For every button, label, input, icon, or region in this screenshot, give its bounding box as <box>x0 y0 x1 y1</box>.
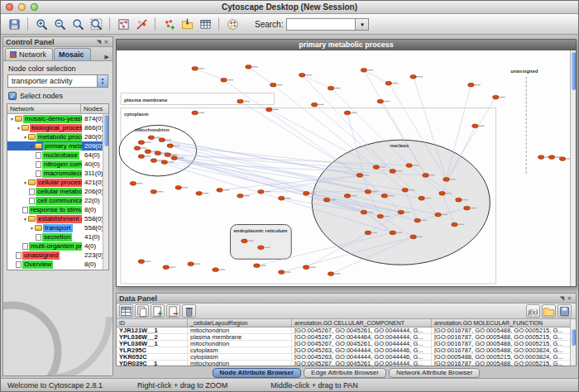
network-scrollbar-thumb[interactable] <box>572 52 576 90</box>
graph-node[interactable] <box>299 73 305 77</box>
table-scrollbar[interactable] <box>570 319 576 366</box>
zoom-fit-icon[interactable] <box>88 16 104 32</box>
table-cell[interactable]: [GO:0016787, GO:0005488, GO:0005215, G..… <box>432 334 572 340</box>
tree-column-nodes[interactable]: Nodes <box>81 104 108 113</box>
graph-node[interactable] <box>390 170 396 174</box>
graph-node[interactable] <box>356 174 363 178</box>
graph-edge[interactable] <box>248 67 273 85</box>
new-network-icon[interactable] <box>160 16 177 32</box>
table-cell[interactable]: YDR039C__1 <box>117 361 188 366</box>
show-all-icon[interactable] <box>115 16 132 32</box>
graph-node[interactable] <box>192 66 199 70</box>
graph-node[interactable] <box>246 65 252 69</box>
graph-node[interactable] <box>175 185 182 189</box>
graph-node[interactable] <box>452 222 458 227</box>
tree-row[interactable]: secretion41(0) <box>7 232 103 241</box>
new-attribute-icon[interactable] <box>151 304 165 318</box>
graph-node[interactable] <box>548 155 555 160</box>
column-header[interactable]: annotation.GO MOLECULAR_FUNCTION <box>432 319 572 327</box>
graph-node[interactable] <box>130 181 136 185</box>
expand-arrow-icon[interactable]: ▼ <box>22 180 28 185</box>
graph-node[interactable] <box>192 111 199 115</box>
graph-node[interactable] <box>163 265 170 270</box>
table-cell[interactable]: [GO:0016787, GO:0005488, GO:0005215, G..… <box>432 361 572 366</box>
table-row[interactable]: YLR295Ccytoplasm[GO:0045263, GO:0044444,… <box>117 347 576 354</box>
tree-row[interactable]: cellular metabo206(0) <box>7 187 103 196</box>
tree-row[interactable]: multi-organism pro4(0) <box>7 241 103 251</box>
expand-arrow-icon[interactable]: ▼ <box>16 126 22 131</box>
graph-node[interactable] <box>258 246 265 250</box>
graph-node[interactable] <box>443 178 450 182</box>
table-cell[interactable]: [GO:0045267, GO:0045261, GO:0044444, G..… <box>292 361 432 366</box>
graph-node[interactable] <box>155 151 161 155</box>
table-cell[interactable]: mitochondrion <box>188 361 292 366</box>
graph-node[interactable] <box>270 83 277 87</box>
graph-node[interactable] <box>456 198 462 202</box>
graph-node[interactable] <box>439 191 446 195</box>
graph-node[interactable] <box>303 191 309 195</box>
expand-arrow-icon[interactable]: ▼ <box>22 217 28 222</box>
graph-node[interactable] <box>559 157 566 161</box>
float-panel-icon[interactable]: ◥ <box>95 39 103 45</box>
tree-row[interactable]: ▼establishment of lo558(0) <box>7 214 103 223</box>
table-cell[interactable]: [GO:0016787, GO:0005488, GO:0003824, G..… <box>432 347 572 353</box>
graph-node[interactable] <box>361 210 367 214</box>
table-cell[interactable]: YPL036W__1 <box>117 341 188 347</box>
table-cell[interactable]: cytoplasm <box>188 347 292 353</box>
table-cell[interactable]: YJR121W__1 <box>117 327 188 333</box>
table-cell[interactable]: [GO:0045267, GO:0044464, GO:0044444, G..… <box>292 334 432 340</box>
tree-row[interactable]: ▼metabolic process280(0) <box>7 132 103 141</box>
graph-node[interactable] <box>188 262 194 266</box>
graph-node[interactable] <box>365 189 371 194</box>
search-input[interactable] <box>286 18 356 31</box>
export-attributes-icon[interactable] <box>557 304 572 318</box>
graph-node[interactable] <box>328 86 334 90</box>
close-window-button[interactable] <box>6 3 13 11</box>
graph-node[interactable] <box>254 264 261 268</box>
tree-row[interactable]: cell communica22(0) <box>7 196 103 205</box>
tab-network[interactable]: Network <box>5 48 53 60</box>
graph-node[interactable] <box>138 155 145 159</box>
graph-node[interactable] <box>385 81 392 85</box>
graph-node[interactable] <box>171 156 178 160</box>
table-cell[interactable]: mitochondrion <box>188 341 292 347</box>
graph-node[interactable] <box>213 268 219 272</box>
zoom-out-icon[interactable] <box>51 16 68 32</box>
graph-node[interactable] <box>365 231 371 235</box>
graph-node[interactable] <box>328 272 334 276</box>
search-options-button[interactable]: ▾ <box>356 18 369 31</box>
zoom-selected-icon[interactable] <box>69 16 86 32</box>
graph-node[interactable] <box>165 153 171 157</box>
graph-node[interactable] <box>237 194 244 198</box>
import-table-icon[interactable] <box>197 16 213 32</box>
float-data-panel-icon[interactable]: ◥ <box>558 295 566 302</box>
table-cell[interactable]: plasma membrane <box>188 334 292 340</box>
graph-node[interactable] <box>196 191 203 195</box>
tab-network-attribute-browser[interactable]: Network Attribute Browser <box>389 368 480 378</box>
tab-node-attribute-browser[interactable]: Node Attribute Browser <box>213 368 302 378</box>
graph-edge[interactable] <box>269 109 376 167</box>
expand-arrow-icon[interactable]: ▼ <box>29 226 35 231</box>
attribute-select-icon[interactable] <box>119 304 133 318</box>
tab-overflow-button[interactable]: ▶ <box>102 54 112 60</box>
tree-scrollbar[interactable] <box>103 114 108 270</box>
tree-column-network[interactable]: Network <box>7 104 81 113</box>
import-attributes-icon[interactable] <box>542 304 556 318</box>
tree-row[interactable]: ▼biological_process866(0) <box>7 123 103 132</box>
table-cell[interactable]: YKR052C <box>117 354 188 360</box>
delete-attribute-icon[interactable] <box>166 304 180 318</box>
tree-row[interactable]: nitrogen compo40(0) <box>7 160 103 169</box>
graph-node[interactable] <box>311 103 318 107</box>
close-data-panel-icon[interactable]: ✕ <box>566 295 573 302</box>
graph-node[interactable] <box>406 164 413 168</box>
graph-node[interactable] <box>538 155 544 160</box>
table-cell[interactable]: [GO:0045263, GO:0044444, GO:0044446, G..… <box>292 347 432 353</box>
graph-edge[interactable] <box>302 75 331 88</box>
graph-node[interactable] <box>493 95 500 99</box>
graph-node[interactable] <box>398 210 404 214</box>
zoom-window-button[interactable] <box>31 3 38 11</box>
table-row[interactable]: YJR121W__1mitochondrion[GO:0045267, GO:0… <box>117 327 576 334</box>
network-graph[interactable]: plasma membranecytoplasmmitochondrionnuc… <box>117 50 570 286</box>
tree-row[interactable]: response to stimul8(0) <box>7 205 103 214</box>
graph-node[interactable] <box>381 194 388 198</box>
